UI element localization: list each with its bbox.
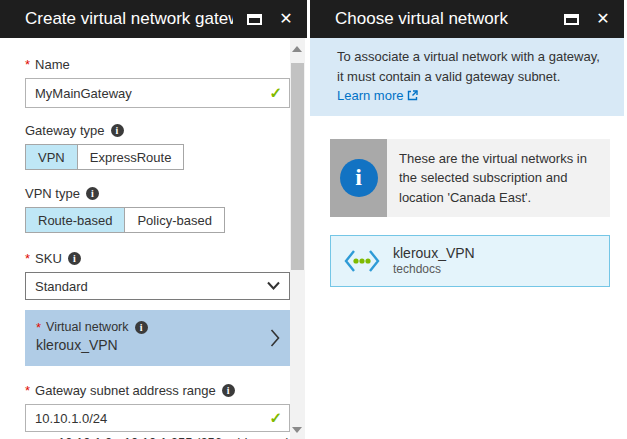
info-icon: i [111, 124, 124, 137]
info-icon: i [340, 159, 378, 197]
maximize-button[interactable] [560, 8, 582, 30]
info-icon-cell: i [330, 139, 387, 218]
name-input[interactable] [25, 78, 290, 108]
vnet-item-name: kleroux_VPN [393, 245, 475, 263]
close-icon: ✕ [596, 11, 609, 27]
choose-vnet-blade: Choose virtual network ✕ To associate a … [310, 0, 624, 439]
virtual-network-selector[interactable]: * Virtual network i kleroux_VPN [25, 310, 290, 366]
azure-portal-blades: Create virtual network gatew.. ✕ * Name … [0, 0, 627, 439]
create-gateway-form: * Name ✓ Gateway type i VPN ExpressRoute… [0, 38, 289, 439]
vpn-type-toggle: Route-based Policy-based [25, 207, 289, 233]
vpn-type-option-policy-based[interactable]: Policy-based [125, 207, 224, 233]
info-icon: i [68, 252, 81, 265]
page-title: Create virtual network gatew.. [25, 9, 233, 29]
info-icon: i [86, 187, 99, 200]
close-button[interactable]: ✕ [275, 8, 297, 30]
close-button[interactable]: ✕ [592, 8, 614, 30]
external-link-icon [407, 90, 418, 101]
virtual-network-label: * Virtual network i [36, 319, 260, 335]
close-icon: ✕ [279, 11, 292, 27]
choose-vnet-header: Choose virtual network ✕ [310, 0, 624, 38]
gateway-subnet-label: * Gateway subnet address range i [25, 382, 289, 398]
required-marker: * [25, 383, 30, 398]
gateway-subnet-input[interactable] [25, 404, 290, 432]
scroll-up-icon[interactable] [292, 46, 302, 52]
vnet-item-text: kleroux_VPN techdocs [393, 245, 475, 278]
check-icon: ✓ [269, 84, 282, 102]
create-gateway-header: Create virtual network gatew.. ✕ [0, 0, 307, 38]
create-gateway-blade: Create virtual network gatew.. ✕ * Name … [0, 0, 310, 439]
gateway-type-option-expressroute[interactable]: ExpressRoute [78, 144, 185, 170]
virtual-network-value: kleroux_VPN [36, 337, 260, 353]
maximize-button[interactable] [243, 8, 265, 30]
vpn-type-label: VPN type i [25, 185, 289, 201]
name-field-wrap: ✓ [25, 78, 290, 108]
chevron-down-icon [267, 281, 280, 290]
left-blade-scrollbar[interactable] [290, 38, 305, 439]
required-marker: * [25, 57, 30, 72]
subscription-info-box: i These are the virtual networks in the … [330, 139, 610, 218]
sku-select[interactable]: Standard [25, 272, 290, 300]
required-marker: * [25, 251, 30, 266]
learn-more-link[interactable]: Learn more [337, 86, 418, 106]
chevron-right-icon [270, 329, 280, 347]
scroll-down-icon[interactable] [292, 427, 302, 433]
gateway-subnet-field-wrap: ✓ [25, 404, 290, 432]
vnet-list-item-kleroux[interactable]: kleroux_VPN techdocs [330, 235, 610, 287]
maximize-icon [247, 14, 262, 25]
subnet-range-helper: 10.10.1.0 - 10.10.1.255 (256 addresses) [25, 435, 290, 439]
vpn-type-option-route-based[interactable]: Route-based [25, 207, 125, 233]
page-title: Choose virtual network [335, 9, 550, 29]
sku-selected-value: Standard [35, 279, 88, 294]
banner-text: To associate a virtual network with a ga… [337, 49, 600, 84]
maximize-icon [564, 14, 579, 25]
gateway-type-toggle: VPN ExpressRoute [25, 144, 289, 170]
gateway-type-label: Gateway type i [25, 122, 289, 138]
vnet-item-subtitle: techdocs [393, 262, 475, 277]
gateway-subnet-banner: To associate a virtual network with a ga… [310, 38, 624, 116]
sku-label: * SKU i [25, 250, 289, 266]
gateway-type-option-vpn[interactable]: VPN [25, 144, 78, 170]
check-icon: ✓ [269, 409, 282, 427]
info-icon: i [135, 321, 148, 334]
virtual-network-icon [343, 248, 381, 274]
name-label: * Name [25, 56, 289, 72]
info-icon: i [222, 384, 235, 397]
info-box-text: These are the virtual networks in the se… [387, 139, 610, 218]
required-marker: * [36, 320, 41, 335]
scrollbar-thumb[interactable] [291, 63, 304, 270]
